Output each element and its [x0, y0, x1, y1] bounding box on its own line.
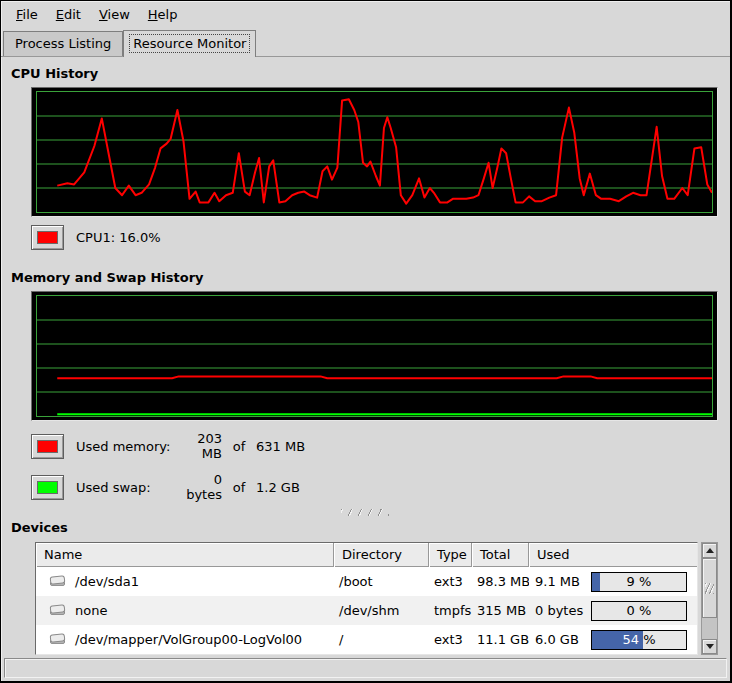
device-type: ext3: [429, 567, 472, 596]
drive-icon: [48, 633, 67, 646]
usage-progress-bar: 54 % 54 %: [591, 630, 687, 650]
scrollbar-thumb[interactable]: [702, 558, 717, 618]
scroll-down-button[interactable]: [702, 639, 717, 654]
memory-color-swatch: [37, 440, 58, 453]
memory-history-title: Memory and Swap History: [11, 270, 720, 285]
cpu-history-chart: [31, 87, 718, 217]
tab-resource-monitor-label: Resource Monitor: [130, 35, 249, 52]
scrollbar-grip-icon: [705, 583, 714, 594]
usage-progress-fill: 9 %: [592, 573, 600, 591]
menu-edit[interactable]: Edit: [47, 4, 90, 25]
pane-resize-grip[interactable]: [341, 509, 389, 516]
menu-bar: File Edit View Help: [1, 1, 730, 28]
usage-progress-fill: 54 %: [592, 631, 643, 649]
status-bar: [4, 658, 727, 678]
drive-icon: [48, 575, 67, 588]
memory-of-label: of: [222, 439, 256, 454]
devices-table-body: /dev/sda1 /boot ext3 98.3 MB 9.1 MB 9 % …: [36, 567, 697, 654]
memory-total-value: 631 MB: [256, 439, 305, 454]
devices-vertical-scrollbar[interactable]: [701, 542, 718, 655]
device-total: 315 MB: [472, 596, 529, 625]
devices-title: Devices: [11, 520, 720, 535]
device-directory: /: [334, 625, 429, 654]
memory-swap-plot: [36, 295, 713, 417]
column-header-used[interactable]: Used: [529, 543, 697, 567]
swap-of-label: of: [222, 480, 256, 495]
cpu1-legend-label: CPU1: 16.0%: [76, 230, 161, 245]
tab-process-listing[interactable]: Process Listing: [3, 31, 123, 56]
devices-table: Name Directory Type Total Used /dev/sda: [35, 542, 698, 655]
device-total: 11.1 GB: [472, 625, 529, 654]
column-header-directory[interactable]: Directory: [334, 543, 429, 567]
table-row-sda1[interactable]: /dev/sda1 /boot ext3 98.3 MB 9.1 MB 9 % …: [36, 567, 697, 596]
devices-table-zone: Name Directory Type Total Used /dev/sda: [35, 542, 718, 655]
swap-legend-row: Used swap: 0 bytes of 1.2 GB: [31, 472, 720, 502]
swap-total-value: 1.2 GB: [256, 480, 300, 495]
resource-monitor-page: CPU History CPU1: 16.0% Memory and Swap …: [1, 56, 730, 655]
usage-progress-bar: 9 % 9 %: [591, 572, 687, 592]
column-header-name[interactable]: Name: [36, 543, 334, 567]
scrollbar-track[interactable]: [702, 618, 717, 639]
tab-bar: Process Listing Resource Monitor: [1, 28, 730, 56]
device-used: 6.0 GB: [535, 632, 591, 647]
devices-table-header: Name Directory Type Total Used: [36, 543, 697, 567]
swap-legend-label: Used swap:: [76, 480, 176, 495]
tab-resource-monitor[interactable]: Resource Monitor: [123, 30, 256, 57]
cpu1-color-swatch: [37, 231, 58, 244]
memory-swap-chart: [31, 291, 718, 421]
column-header-total[interactable]: Total: [472, 543, 529, 567]
table-row-none[interactable]: none /dev/shm tmpfs 315 MB 0 bytes 0 % 0…: [36, 596, 697, 625]
table-row-volgroup[interactable]: /dev/mapper/VolGroup00-LogVol00 / ext3 1…: [36, 625, 697, 654]
system-monitor-window: File Edit View Help Process Listing Reso…: [0, 0, 732, 683]
memory-legend-row: Used memory: 203 MB of 631 MB: [31, 431, 720, 461]
swap-used-value: 0 bytes: [176, 472, 222, 502]
menu-view[interactable]: View: [90, 4, 139, 25]
drive-icon: [48, 604, 67, 617]
usage-progress-bar: 0 % 0 %: [591, 601, 687, 621]
swap-color-swatch: [37, 481, 58, 494]
cpu-legend-row: CPU1: 16.0%: [31, 225, 720, 250]
scroll-up-button[interactable]: [702, 543, 717, 558]
device-directory: /boot: [334, 567, 429, 596]
memory-color-button[interactable]: [31, 434, 64, 459]
memory-legend-label: Used memory:: [76, 439, 176, 454]
device-name: /dev/mapper/VolGroup00-LogVol00: [75, 632, 302, 647]
tab-process-listing-label: Process Listing: [12, 35, 114, 52]
usage-percent-label: 0 %: [592, 602, 686, 620]
device-type: tmpfs: [429, 596, 472, 625]
device-total: 98.3 MB: [472, 567, 529, 596]
cpu-history-plot: [36, 91, 713, 213]
arrow-down-icon: [706, 644, 714, 649]
cpu-history-title: CPU History: [11, 66, 720, 81]
usage-percent-label: 9 %: [592, 573, 686, 591]
device-used: 9.1 MB: [535, 574, 591, 589]
arrow-up-icon: [706, 548, 714, 553]
memory-used-value: 203 MB: [176, 431, 222, 461]
menu-help[interactable]: Help: [139, 4, 187, 25]
device-name: none: [75, 603, 107, 618]
swap-color-button[interactable]: [31, 475, 64, 500]
cpu1-color-button[interactable]: [31, 225, 64, 250]
menu-file[interactable]: File: [7, 4, 47, 25]
device-directory: /dev/shm: [334, 596, 429, 625]
device-used: 0 bytes: [535, 603, 591, 618]
device-type: ext3: [429, 625, 472, 654]
device-name: /dev/sda1: [75, 574, 139, 589]
column-header-type[interactable]: Type: [429, 543, 472, 567]
